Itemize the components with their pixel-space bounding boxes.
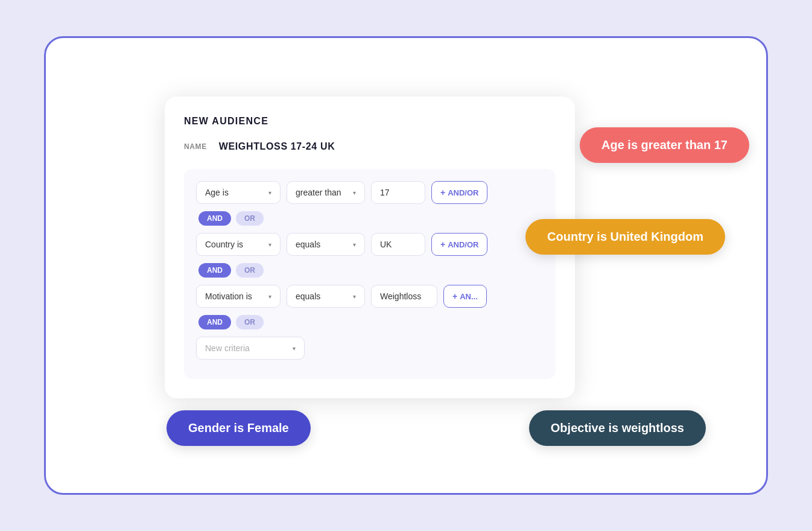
audience-card: NEW AUDIENCE NAME WEIGHTLOSS 17-24 UK Ag… [165, 97, 575, 398]
chevron-icon-2: ▾ [353, 189, 356, 196]
operator-select-2[interactable]: equals ▾ [287, 233, 365, 256]
gender-pill: Gender is Female [167, 410, 311, 446]
new-criteria-row: New criteria ▾ [196, 337, 544, 360]
audience-name: WEIGHTLOSS 17-24 UK [219, 141, 335, 152]
operator-label-2: equals [296, 240, 320, 249]
connector-row-1: AND OR [198, 211, 544, 226]
and-or-label-2: AND/OR [448, 240, 478, 249]
and-or-button-2[interactable]: + AND/OR [431, 233, 487, 256]
field-select-3[interactable]: Motivation is ▾ [196, 285, 281, 308]
card-title: NEW AUDIENCE [184, 116, 556, 127]
field-select-2[interactable]: Country is ▾ [196, 233, 281, 256]
value-label-2: UK [380, 240, 392, 249]
field-label-1: Age is [205, 188, 229, 197]
and-or-label-1: AND/OR [448, 188, 478, 197]
outer-frame: NEW AUDIENCE NAME WEIGHTLOSS 17-24 UK Ag… [44, 36, 768, 495]
plus-icon-2: + [440, 240, 445, 249]
and-badge-2[interactable]: AND [198, 263, 231, 278]
chevron-icon-4: ▾ [353, 241, 356, 248]
and-badge-1[interactable]: AND [198, 211, 231, 226]
name-label: NAME [184, 142, 207, 151]
value-select-1[interactable]: 17 [371, 181, 425, 204]
age-pill-text: Age is greater than 17 [601, 138, 728, 151]
chevron-icon-3: ▾ [268, 241, 271, 248]
operator-select-3[interactable]: equals ▾ [287, 285, 365, 308]
field-label-2: Country is [205, 240, 243, 249]
gender-pill-text: Gender is Female [188, 421, 289, 434]
and-badge-3[interactable]: AND [198, 315, 231, 329]
name-row: NAME WEIGHTLOSS 17-24 UK [184, 141, 556, 152]
or-badge-1[interactable]: OR [236, 211, 264, 226]
value-label-1: 17 [380, 188, 390, 197]
field-select-1[interactable]: Age is ▾ [196, 181, 281, 204]
and-or-label-3: AN... [460, 292, 478, 301]
and-or-button-3[interactable]: + AN... [443, 285, 487, 308]
criteria-row-3: Motivation is ▾ equals ▾ Weightloss + AN… [196, 285, 544, 308]
field-label-3: Motivation is [205, 291, 252, 301]
country-pill: Country is United Kingdom [525, 219, 725, 255]
plus-icon-1: + [440, 188, 445, 197]
operator-label-3: equals [296, 291, 320, 301]
connector-row-3: AND OR [198, 315, 544, 329]
plus-icon-3: + [452, 291, 457, 301]
objective-pill: Objective is weightloss [529, 410, 706, 446]
new-criteria-label: New criteria [205, 343, 250, 353]
criteria-row-1: Age is ▾ greater than ▾ 17 + AND/OR [196, 181, 544, 204]
chevron-icon-5: ▾ [268, 293, 271, 300]
value-select-3[interactable]: Weightloss [371, 285, 437, 308]
and-or-button-1[interactable]: + AND/OR [431, 181, 487, 204]
operator-select-1[interactable]: greater than ▾ [287, 181, 365, 204]
chevron-icon-7: ▾ [293, 345, 296, 352]
chevron-icon-1: ▾ [268, 189, 271, 196]
operator-label-1: greater than [296, 188, 341, 197]
value-label-3: Weightloss [380, 291, 421, 301]
objective-pill-text: Objective is weightloss [551, 421, 684, 434]
connector-row-2: AND OR [198, 263, 544, 278]
age-pill: Age is greater than 17 [580, 127, 749, 163]
criteria-section: Age is ▾ greater than ▾ 17 + AND/OR AND [184, 169, 556, 379]
or-badge-3[interactable]: OR [236, 315, 264, 329]
country-pill-text: Country is United Kingdom [547, 230, 703, 243]
new-criteria-select[interactable]: New criteria ▾ [196, 337, 305, 360]
chevron-icon-6: ▾ [353, 293, 356, 300]
value-select-2[interactable]: UK [371, 233, 425, 256]
or-badge-2[interactable]: OR [236, 263, 264, 278]
criteria-row-2: Country is ▾ equals ▾ UK + AND/OR [196, 233, 544, 256]
